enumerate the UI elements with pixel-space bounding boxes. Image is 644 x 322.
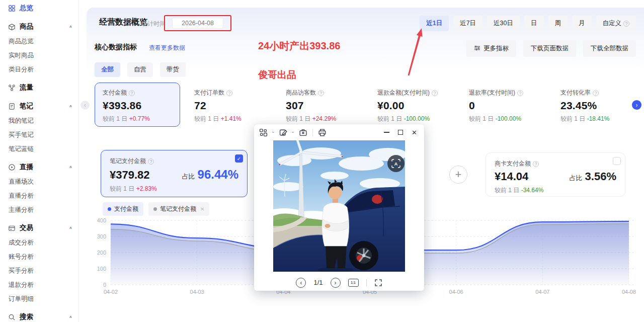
sidebar-section-3[interactable]: 笔记∧ xyxy=(0,99,78,114)
filter-tab-2[interactable]: 带货 xyxy=(160,62,186,77)
page-title: 经营数据概览 xyxy=(99,17,147,28)
help-icon[interactable]: ? xyxy=(432,90,438,96)
sidebar-section-0[interactable]: 总览 xyxy=(0,1,78,16)
note-pay-card[interactable]: 笔记支付金额? ¥379.82 占比 96.44% 较前 1 日 +2.83% … xyxy=(101,150,248,197)
sidebar-section-4[interactable]: 直播∧ xyxy=(0,159,78,175)
metric-card-5[interactable]: 支付转化率?23.45%较前 1 日 -18.41% xyxy=(552,83,638,127)
add-metric-icon[interactable]: + xyxy=(449,166,467,184)
chevron-up-icon[interactable]: ∧ xyxy=(69,25,72,29)
sidebar-section-5[interactable]: 交易∧ xyxy=(0,220,78,235)
close-icon[interactable]: ✕ xyxy=(200,206,204,212)
close-icon[interactable]: ✕ xyxy=(412,129,417,136)
range-tab-5[interactable]: 月 xyxy=(572,16,592,31)
help-icon[interactable]: ? xyxy=(593,90,599,96)
viewer-toolbar: ⌄ ⌄ ✕ xyxy=(254,124,424,140)
sidebar-item-3-2[interactable]: 笔记蓝链 xyxy=(0,142,78,156)
chevron-up-icon[interactable]: ∧ xyxy=(69,315,72,319)
compare-label: 较前 1 日 xyxy=(560,115,587,122)
date-picker[interactable]: 2026-04-08 xyxy=(172,18,223,29)
carousel-next-icon[interactable]: › xyxy=(632,100,641,110)
svg-text:A: A xyxy=(394,162,398,167)
card-pay-value: ¥14.04 xyxy=(495,170,528,183)
image-edit-icon[interactable] xyxy=(279,128,288,137)
range-tab-4[interactable]: 周 xyxy=(548,16,568,31)
help-icon[interactable]: ? xyxy=(129,90,135,96)
photo-preview[interactable]: A xyxy=(254,140,424,274)
checkbox-unchecked-icon[interactable] xyxy=(613,157,621,165)
legend-item-1[interactable]: 笔记支付金额✕ xyxy=(148,202,209,216)
sidebar-item-4-1[interactable]: 直播分析 xyxy=(0,189,78,203)
sliders-icon xyxy=(474,45,480,53)
help-icon[interactable]: ? xyxy=(148,158,154,165)
print-icon[interactable] xyxy=(318,128,327,137)
sidebar-item-1-0[interactable]: 商品总览 xyxy=(0,34,78,48)
next-icon[interactable]: › xyxy=(331,278,341,288)
ocr-extract-icon[interactable] xyxy=(259,128,268,137)
prev-icon[interactable]: ‹ xyxy=(296,278,306,288)
range-tab-label: 近7日 xyxy=(460,19,476,28)
annotation-red-box: 2026-04-08 xyxy=(164,15,231,31)
download-all-button[interactable]: 下载全部数据 xyxy=(583,40,636,57)
info-icon[interactable]: ? xyxy=(623,21,629,27)
metric-card-1[interactable]: 支付订单数?72较前 1 日 +1.41% xyxy=(186,83,272,127)
metric-card-3[interactable]: 退款金额(支付时间)?¥0.00较前 1 日 -100.00% xyxy=(369,83,455,127)
sidebar-item-3-1[interactable]: 买手笔记 xyxy=(0,128,78,142)
photo xyxy=(273,140,405,272)
sidebar-item-4-0[interactable]: 直播场次 xyxy=(0,175,78,189)
help-icon[interactable]: ? xyxy=(533,161,539,167)
view-more-link[interactable]: 查看更多数据 xyxy=(149,44,185,52)
minimize-icon[interactable] xyxy=(384,132,389,133)
sidebar-section-label: 流量 xyxy=(20,83,33,92)
card-pay-card[interactable]: 商卡支付金额? ¥14.04 占比 3.56% 较前 1 日 -34.64% xyxy=(486,152,625,197)
filter-tab-1[interactable]: 自营 xyxy=(127,62,153,77)
metric-card-2[interactable]: 商品访客数?307较前 1 日 +24.29% xyxy=(278,83,363,127)
help-icon[interactable]: ? xyxy=(226,90,232,96)
sidebar-item-5-4[interactable]: 订单明细 xyxy=(0,292,78,306)
svg-text:0: 0 xyxy=(103,282,106,288)
chevron-up-icon[interactable]: ∧ xyxy=(69,104,72,108)
chevron-down-icon[interactable]: ⌄ xyxy=(271,129,275,134)
sidebar-item-1-2[interactable]: 类目分析 xyxy=(0,62,78,76)
filter-tab-0[interactable]: 全部 xyxy=(95,62,120,77)
fullscreen-icon[interactable] xyxy=(374,279,382,287)
help-icon[interactable]: ? xyxy=(318,90,324,96)
compare-label: 较前 1 日 xyxy=(377,115,404,122)
range-tab-6[interactable]: 自定义? xyxy=(596,16,636,31)
metric-card-4[interactable]: 退款率(支付时间)?0较前 1 日 -100.00% xyxy=(461,83,546,127)
help-icon[interactable]: ? xyxy=(517,90,523,96)
range-tab-1[interactable]: 近7日 xyxy=(453,16,482,31)
maximize-icon[interactable] xyxy=(398,130,403,135)
filter-tabs: 全部自营带货 xyxy=(95,62,186,77)
metric-card-0[interactable]: 支付金额?¥393.86较前 1 日 +0.77% xyxy=(95,83,180,127)
sidebar-item-4-2[interactable]: 主播分析 xyxy=(0,203,78,217)
sidebar-section-2[interactable]: 流量 xyxy=(0,80,78,95)
sidebar-item-5-2[interactable]: 买手分析 xyxy=(0,264,78,278)
sidebar-section-6[interactable]: 搜索∧ xyxy=(0,309,78,322)
save-icon[interactable] xyxy=(299,128,307,137)
download-page-button[interactable]: 下载页面数据 xyxy=(523,40,576,57)
divider xyxy=(366,279,367,286)
sidebar-item-5-0[interactable]: 成交分析 xyxy=(0,235,78,250)
sidebar-item-3-0[interactable]: 我的笔记 xyxy=(0,114,78,128)
chevron-up-icon[interactable]: ∧ xyxy=(69,165,72,169)
a-lens-icon[interactable]: A xyxy=(387,155,405,172)
chevron-up-icon[interactable]: ∧ xyxy=(69,226,72,230)
compare-label: 较前 1 日 xyxy=(469,115,496,122)
image-viewer-window: ⌄ ⌄ ✕ xyxy=(254,124,424,291)
chevron-down-icon[interactable]: ⌄ xyxy=(291,129,295,134)
more-metrics-button[interactable]: 更多指标 xyxy=(466,40,516,57)
checkbox-checked-icon[interactable]: ✓ xyxy=(235,154,243,163)
legend-item-0[interactable]: 支付金额 xyxy=(103,202,143,216)
divider xyxy=(312,129,313,136)
sidebar-item-1-1[interactable]: 实时商品 xyxy=(0,48,78,62)
svg-text:300: 300 xyxy=(97,233,106,239)
range-tab-3[interactable]: 日 xyxy=(524,16,544,31)
sidebar-item-5-3[interactable]: 退款分析 xyxy=(0,278,78,292)
sidebar-section-1[interactable]: 商品∧ xyxy=(0,19,78,34)
x-tick-label-4: 04-06 xyxy=(449,289,463,295)
actual-size-icon[interactable]: 1:1 xyxy=(348,279,359,287)
sidebar-item-5-1[interactable]: 账号分析 xyxy=(0,250,78,264)
range-tab-2[interactable]: 近30日 xyxy=(487,16,520,31)
carousel-prev-icon[interactable]: ‹ xyxy=(80,101,90,110)
range-tab-label: 日 xyxy=(531,19,537,28)
